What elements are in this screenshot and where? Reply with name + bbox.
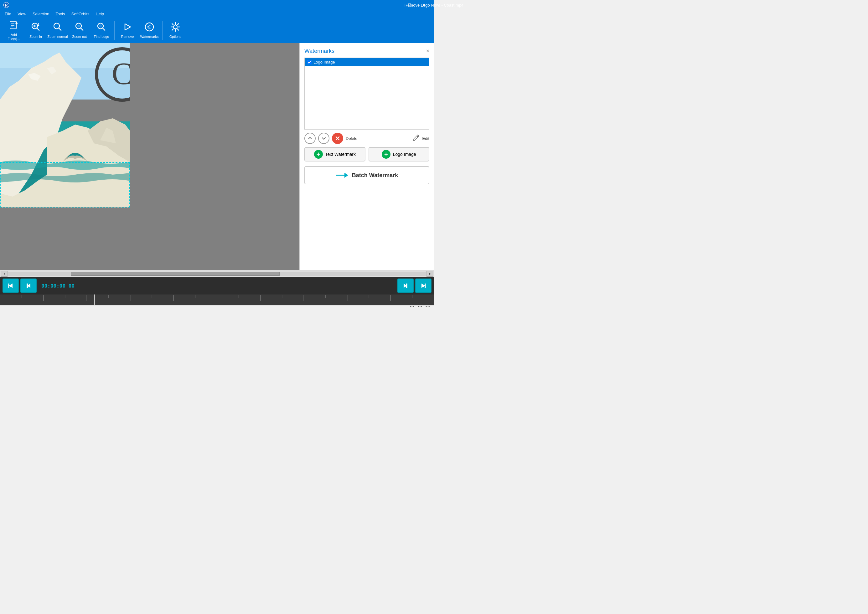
add-files-label: Add File(s)...: [8, 33, 20, 41]
add-logo-image-button[interactable]: + Logo Image: [368, 147, 430, 161]
zoom-out-icon: [75, 22, 85, 34]
svg-text:1: 1: [37, 23, 39, 26]
svg-marker-43: [345, 173, 348, 178]
zoom-fit-icon[interactable]: ⊕: [3, 307, 7, 307]
go-to-start-button[interactable]: [3, 279, 19, 293]
canvas-gray-right: [130, 43, 299, 270]
menu-softorbits[interactable]: SoftOrbits: [68, 11, 93, 18]
timeline-area: 00:00:00 00: [0, 277, 434, 305]
scroll-left-button[interactable]: ◂: [1, 271, 8, 277]
app-logo: R: [3, 2, 9, 8]
menu-help[interactable]: Help: [93, 11, 107, 18]
next-frame-button[interactable]: [398, 279, 414, 293]
add-files-button[interactable]: Add File(s)...: [3, 20, 25, 42]
remove-label: Remove: [121, 35, 134, 39]
add-logo-image-label: Logo Image: [393, 152, 416, 157]
zoom-normal-label: Zoom normal: [48, 35, 68, 39]
batch-arrow-icon: [336, 171, 348, 180]
zoom-minus-icon[interactable]: —: [16, 306, 21, 307]
zoom-plus-icon[interactable]: +: [68, 306, 72, 307]
delete-label: Delete: [346, 136, 357, 141]
status-bar: ⊕ ⊡ — + 35% Remove watermark from the wh…: [0, 305, 434, 307]
svg-text:C: C: [112, 56, 133, 91]
toolbar: Add File(s)... 1 Zoom in Zoom normal: [0, 18, 434, 43]
svg-line-18: [81, 28, 83, 30]
timeline-ruler[interactable]: [0, 295, 434, 305]
canvas-area: C: [0, 43, 299, 270]
find-logo-button[interactable]: Find Logo: [91, 20, 112, 42]
svg-point-25: [174, 25, 177, 29]
remove-button[interactable]: Remove: [117, 20, 138, 42]
svg-marker-50: [421, 284, 425, 288]
panel-header: Watermarks ×: [304, 48, 429, 54]
watermark-list-item[interactable]: Logo Image: [305, 58, 429, 66]
crop-icon[interactable]: ⊡: [10, 307, 14, 307]
options-label: Options: [169, 35, 181, 39]
facebook-icon[interactable]: [409, 306, 415, 307]
title-bar-left: R: [3, 2, 9, 8]
zoom-in-button[interactable]: 1 Zoom in: [25, 20, 47, 42]
menu-view[interactable]: View: [14, 11, 30, 18]
remove-icon: [123, 22, 132, 34]
svg-line-33: [172, 29, 174, 30]
zoom-normal-button[interactable]: Zoom normal: [47, 20, 68, 42]
panel-title: Watermarks: [304, 48, 334, 54]
add-watermark-row: + Text Watermark + Logo Image: [304, 147, 429, 161]
add-text-icon: +: [314, 150, 323, 159]
main-content: C Watermarks × Logo Image: [0, 43, 434, 270]
move-down-button[interactable]: [318, 133, 329, 144]
prev-frame-button[interactable]: [20, 279, 37, 293]
options-button[interactable]: Options: [165, 20, 186, 42]
watermarks-label: Watermarks: [140, 35, 159, 39]
svg-text:R: R: [5, 3, 8, 8]
find-logo-icon: [96, 22, 106, 34]
horizontal-scrollbar[interactable]: ◂ ▸: [0, 270, 434, 277]
zoom-out-label: Zoom out: [72, 35, 87, 39]
go-to-end-button[interactable]: [415, 279, 432, 293]
options-icon: [170, 22, 180, 34]
watermarks-panel: Watermarks × Logo Image Delete: [299, 43, 434, 270]
scroll-track[interactable]: [8, 271, 426, 276]
watermarks-button[interactable]: © Watermarks: [139, 20, 160, 42]
add-text-watermark-button[interactable]: + Text Watermark: [304, 147, 365, 161]
timeline-controls: 00:00:00 00: [0, 277, 434, 295]
svg-point-21: [99, 25, 102, 28]
edit-label: Edit: [422, 136, 429, 141]
menu-bar: File View Selection Tools SoftOrbits Hel…: [0, 10, 434, 18]
svg-text:©: ©: [147, 24, 152, 30]
add-logo-icon: +: [382, 150, 390, 159]
youtube-icon[interactable]: [425, 306, 431, 307]
delete-button[interactable]: [332, 133, 343, 144]
panel-close-button[interactable]: ×: [426, 48, 429, 54]
svg-point-74: [417, 306, 423, 307]
batch-watermark-label: Batch Watermark: [352, 172, 398, 179]
zoom-in-label: Zoom in: [30, 35, 42, 39]
svg-rect-2: [10, 21, 16, 29]
move-up-button[interactable]: [304, 133, 316, 144]
menu-selection[interactable]: Selection: [30, 11, 52, 18]
watermark-list[interactable]: Logo Image: [304, 57, 429, 130]
scroll-right-button[interactable]: ▸: [427, 271, 433, 277]
batch-watermark-button[interactable]: Batch Watermark: [304, 166, 429, 185]
menu-file[interactable]: File: [2, 11, 14, 18]
zoom-in-icon: 1: [31, 22, 41, 34]
scroll-thumb[interactable]: [71, 272, 279, 276]
playhead: [94, 295, 95, 305]
twitter-icon[interactable]: [417, 306, 423, 307]
zoom-normal-icon: [53, 22, 63, 34]
add-files-icon: [9, 20, 19, 32]
watermark-checkbox[interactable]: [307, 60, 312, 65]
edit-icon: [412, 134, 420, 143]
svg-line-32: [177, 24, 179, 25]
timeline-end-buttons: [398, 279, 432, 293]
minimize-button[interactable]: ─: [388, 0, 402, 10]
watermark-item-label: Logo Image: [314, 60, 335, 65]
menu-tools[interactable]: Tools: [52, 11, 68, 18]
ruler-ticks: [0, 295, 434, 304]
svg-marker-22: [125, 24, 130, 30]
watermarks-icon: ©: [144, 22, 154, 34]
svg-line-20: [102, 28, 105, 30]
zoom-out-button[interactable]: Zoom out: [69, 20, 90, 42]
zoom-controls: — + 35%: [16, 306, 84, 307]
svg-marker-44: [9, 284, 12, 288]
